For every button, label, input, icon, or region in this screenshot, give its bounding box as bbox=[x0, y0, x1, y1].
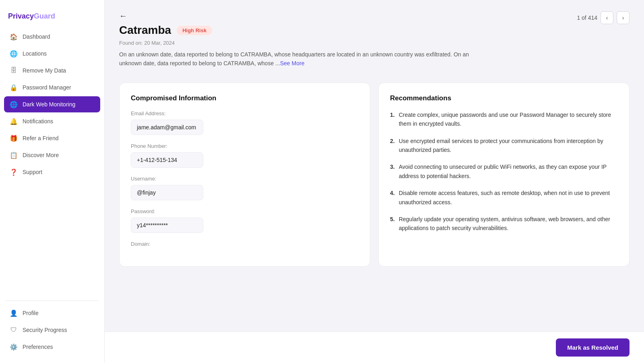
sidebar-item-label: Notifications bbox=[23, 118, 53, 124]
info-value: @finjay bbox=[131, 185, 203, 200]
pagination-text: 1 of 414 bbox=[577, 15, 597, 21]
rec-number: 5. bbox=[390, 215, 395, 233]
rec-text: Disable remote access features, such as … bbox=[399, 189, 618, 207]
risk-badge: High Risk bbox=[177, 26, 212, 35]
page-header: ← Catramba High Risk Found on: 20 Mar, 2… bbox=[119, 11, 630, 78]
dashboard-icon: 🏠 bbox=[10, 33, 18, 41]
info-field: Password: y14********** bbox=[131, 208, 359, 233]
pagination: 1 of 414 ‹ › bbox=[577, 11, 630, 24]
remove-my-data-icon: 🗄 bbox=[10, 66, 18, 75]
notifications-icon: 🔔 bbox=[10, 117, 18, 125]
rec-number: 3. bbox=[390, 162, 395, 180]
sidebar-item-label: Dark Web Monitoring bbox=[23, 101, 75, 108]
rec-text: Use encrypted email services to protect … bbox=[399, 137, 618, 155]
see-more-link[interactable]: See More bbox=[280, 60, 305, 66]
back-button[interactable]: ← bbox=[119, 11, 127, 21]
recommendation-item: 2. Use encrypted email services to prote… bbox=[390, 137, 618, 155]
info-field: Domain: bbox=[131, 241, 359, 247]
compromised-fields: Email Address: jame.adam@gmail.com Phone… bbox=[131, 110, 359, 247]
discover-more-icon: 📋 bbox=[10, 151, 18, 159]
sidebar: PrivacyGuard 🏠 Dashboard 🌐 Locations 🗄 R… bbox=[0, 0, 105, 363]
info-label: Username: bbox=[131, 176, 359, 182]
info-value: +1-412-515-134 bbox=[131, 152, 203, 168]
recommendations-card: Recommendations 1. Create complex, uniqu… bbox=[378, 83, 630, 267]
sidebar-nav: 🏠 Dashboard 🌐 Locations 🗄 Remove My Data… bbox=[0, 29, 104, 297]
profile-icon: 👤 bbox=[10, 309, 18, 317]
sidebar-item-support[interactable]: ❓ Support bbox=[4, 164, 100, 180]
rec-text: Create complex, unique passwords and use… bbox=[399, 110, 618, 129]
info-field: Email Address: jame.adam@gmail.com bbox=[131, 110, 359, 135]
bottom-bar: Mark as Resolved bbox=[105, 332, 644, 363]
content-area: ← Catramba High Risk Found on: 20 Mar, 2… bbox=[105, 0, 644, 332]
header-left: ← Catramba High Risk Found on: 20 Mar, 2… bbox=[119, 11, 577, 78]
description-text: On an unknown date, data reported to bel… bbox=[119, 50, 481, 68]
main-content: ← Catramba High Risk Found on: 20 Mar, 2… bbox=[105, 0, 644, 363]
sidebar-item-label: Support bbox=[23, 169, 42, 175]
sidebar-item-preferences[interactable]: ⚙️ Preferences bbox=[4, 339, 100, 355]
sidebar-item-label: Refer a Friend bbox=[23, 135, 58, 141]
info-value: y14********** bbox=[131, 218, 203, 233]
sidebar-item-profile[interactable]: 👤 Profile bbox=[4, 305, 100, 321]
sidebar-item-label: Profile bbox=[23, 310, 39, 316]
recommendation-item: 3. Avoid connecting to unsecured or publ… bbox=[390, 162, 618, 180]
info-field: Phone Number: +1-412-515-134 bbox=[131, 143, 359, 168]
app-logo: PrivacyGuard bbox=[0, 8, 104, 29]
sidebar-item-refer-a-friend[interactable]: 🎁 Refer a Friend bbox=[4, 130, 100, 146]
sidebar-item-locations[interactable]: 🌐 Locations bbox=[4, 46, 100, 62]
recommendation-item: 4. Disable remote access features, such … bbox=[390, 189, 618, 207]
recommendation-item: 5. Regularly update your operating syste… bbox=[390, 215, 618, 233]
preferences-icon: ⚙️ bbox=[10, 343, 18, 351]
pagination-prev[interactable]: ‹ bbox=[601, 11, 613, 24]
sidebar-item-remove-my-data[interactable]: 🗄 Remove My Data bbox=[4, 62, 100, 79]
rec-text: Regularly update your operating system, … bbox=[399, 215, 618, 233]
sidebar-divider bbox=[6, 301, 99, 301]
recommendations-list: 1. Create complex, unique passwords and … bbox=[390, 110, 618, 233]
refer-a-friend-icon: 🎁 bbox=[10, 134, 18, 142]
recommendations-title: Recommendations bbox=[390, 94, 618, 102]
sidebar-bottom: 👤 Profile 🛡 Security Progress ⚙️ Prefere… bbox=[0, 305, 104, 355]
info-value: jame.adam@gmail.com bbox=[131, 120, 203, 135]
sidebar-item-label: Dashboard bbox=[23, 33, 50, 40]
sidebar-item-discover-more[interactable]: 📋 Discover More bbox=[4, 147, 100, 163]
sidebar-item-label: Security Progress bbox=[23, 327, 67, 333]
dark-web-monitoring-icon: 🌐 bbox=[10, 100, 18, 108]
info-field: Username: @finjay bbox=[131, 176, 359, 200]
sidebar-item-dark-web-monitoring[interactable]: 🌐 Dark Web Monitoring bbox=[4, 96, 100, 112]
rec-text: Avoid connecting to unsecured or public … bbox=[399, 162, 618, 180]
info-label: Password: bbox=[131, 208, 359, 214]
sidebar-item-label: Remove My Data bbox=[23, 67, 66, 74]
page-title: Catramba bbox=[119, 24, 171, 37]
sidebar-item-label: Locations bbox=[23, 50, 47, 57]
rec-number: 2. bbox=[390, 137, 395, 155]
cards-row: Compromised Information Email Address: j… bbox=[119, 83, 630, 267]
sidebar-item-notifications[interactable]: 🔔 Notifications bbox=[4, 113, 100, 129]
sidebar-item-label: Discover More bbox=[23, 152, 59, 158]
title-row: Catramba High Risk bbox=[119, 24, 577, 37]
found-on-date: Found on: 20 Mar, 2024 bbox=[119, 40, 577, 46]
sidebar-item-label: Preferences bbox=[23, 344, 53, 350]
compromised-card: Compromised Information Email Address: j… bbox=[119, 83, 370, 267]
security-progress-icon: 🛡 bbox=[10, 326, 18, 334]
info-label: Phone Number: bbox=[131, 143, 359, 149]
mark-resolved-button[interactable]: Mark as Resolved bbox=[556, 338, 630, 357]
rec-number: 4. bbox=[390, 189, 395, 207]
recommendation-item: 1. Create complex, unique passwords and … bbox=[390, 110, 618, 129]
password-manager-icon: 🔒 bbox=[10, 83, 18, 91]
rec-number: 1. bbox=[390, 110, 395, 129]
locations-icon: 🌐 bbox=[10, 50, 18, 58]
sidebar-item-security-progress[interactable]: 🛡 Security Progress bbox=[4, 322, 100, 338]
info-label: Email Address: bbox=[131, 110, 359, 116]
sidebar-item-label: Password Manager bbox=[23, 84, 71, 91]
sidebar-item-password-manager[interactable]: 🔒 Password Manager bbox=[4, 79, 100, 95]
support-icon: ❓ bbox=[10, 168, 18, 176]
sidebar-item-dashboard[interactable]: 🏠 Dashboard bbox=[4, 29, 100, 45]
info-label: Domain: bbox=[131, 241, 359, 247]
pagination-next[interactable]: › bbox=[617, 11, 630, 24]
compromised-title: Compromised Information bbox=[131, 94, 359, 102]
